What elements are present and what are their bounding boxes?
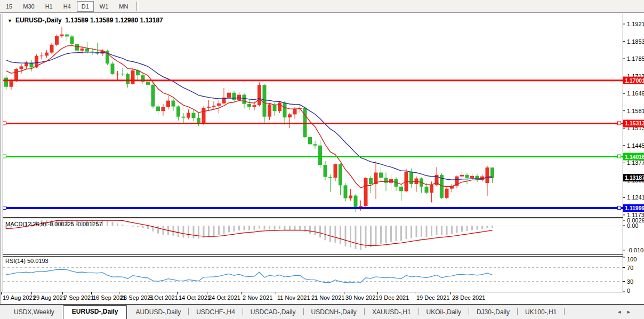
macd-name: MACD(12,26,9)	[5, 221, 46, 227]
tab-eurusd-daily[interactable]: EURUSD-,Daily	[63, 305, 127, 319]
hline-1.11999[interactable]	[3, 206, 623, 210]
price-badge-1.17001: 1.17001	[625, 77, 644, 84]
date-label: 7 Sep 2021	[64, 294, 94, 301]
tab-scroll-arrows: ◂▸	[618, 308, 637, 315]
price-tick-label: 1.19210	[627, 21, 644, 27]
rsi-axis[interactable]: 10070300	[623, 256, 637, 294]
price-badge-1.13187: 1.13187	[625, 174, 644, 181]
rsi-tick-label: 100	[627, 256, 637, 262]
price-axis[interactable]: 1.192101.185301.178501.171701.164901.158…	[623, 21, 644, 218]
price-badge-1.11999: 1.11999	[625, 205, 644, 211]
tab-xauusd-h1[interactable]: XAUUSD-,H1	[365, 306, 418, 319]
date-label: 30 Nov 2021	[345, 294, 379, 301]
price-badge-1.14016: 1.14016	[625, 154, 644, 160]
rsi-line	[6, 269, 493, 283]
rsi-indicator-label: RSI(14) 50.0193	[5, 258, 49, 264]
chart-ohlc-values: 1.13589 1.13589 1.12980 1.13187	[65, 17, 163, 24]
date-label: 29 Aug 2021	[33, 294, 66, 301]
hline-drag-handle[interactable]	[3, 206, 6, 210]
rsi-tick-label: 70	[627, 265, 633, 271]
date-label: 2 Nov 2021	[243, 294, 272, 301]
price-tick-label: 1.18530	[627, 38, 644, 45]
tab-dj30-daily[interactable]: DJ30-,Daily	[469, 306, 517, 319]
ma-slow-blue-line	[6, 52, 493, 180]
price-tick-label: 1.15810	[627, 108, 644, 114]
tab-scroll-right-icon[interactable]: ▸	[627, 308, 637, 315]
tab-scroll-left-icon[interactable]: ◂	[618, 308, 627, 315]
hline-1.14016[interactable]	[3, 155, 623, 158]
tab-usdcad-daily[interactable]: USDCAD-,Daily	[243, 306, 303, 319]
hline-drag-handle[interactable]	[618, 122, 621, 125]
price-tick-label: 1.13770	[627, 160, 644, 166]
chart-dropdown-icon[interactable]: ▼	[7, 18, 12, 23]
tab-usdchf-h4[interactable]: USDCHF-,H4	[189, 306, 243, 319]
date-label: 28 Dec 2021	[452, 294, 485, 301]
date-label: 19 Aug 2021	[3, 294, 36, 301]
price-badge-1.15313: 1.15313	[625, 120, 644, 126]
macd-tick-label: 0.00	[627, 222, 638, 229]
pane-borders	[1, 14, 624, 304]
macd-values: -0.000225 -0.001257	[47, 221, 102, 227]
chart-canvas[interactable]: 1.192101.185301.178501.171701.164901.158…	[0, 0, 644, 319]
date-label: 21 Nov 2021	[311, 294, 344, 301]
chart-title: ▼EURUSD-,Daily 1.13589 1.13589 1.12980 1…	[7, 17, 163, 24]
chart-symbol-label: EURUSD-,Daily	[15, 17, 62, 24]
hline-drag-handle[interactable]	[618, 206, 621, 210]
rsi-value: 50.0193	[27, 258, 49, 264]
tab-separator	[564, 308, 565, 315]
macd-indicator-label: MACD(12,26,9) -0.000225 -0.001257	[5, 221, 102, 227]
rsi-tick-label: 0	[627, 288, 630, 294]
tab-uk100-h1[interactable]: UK100-,H1	[518, 306, 564, 319]
tab-audusd-daily[interactable]: AUDUSD-,Daily	[128, 306, 188, 319]
macd-tick-label: -0.01042	[627, 247, 644, 253]
price-tick-label: 1.16490	[627, 90, 644, 97]
terminal-window: 15M30H1H4D1W1MN 1.192101.185301.178501.1…	[0, 0, 644, 319]
moving-averages	[6, 45, 493, 188]
date-label: 14 Oct 2021	[179, 294, 211, 301]
date-label: 11 Nov 2021	[277, 294, 310, 301]
tab-ukoil-daily[interactable]: UKOil-,Daily	[419, 306, 469, 319]
hline-drag-handle[interactable]	[618, 155, 621, 158]
ma-fast-red-line	[6, 45, 493, 188]
tab-usdcnh-daily[interactable]: USDCNH-,Daily	[304, 306, 364, 319]
rsi-tick-label: 30	[627, 278, 633, 285]
hline-drag-handle[interactable]	[3, 155, 6, 158]
rsi-name: RSI(14)	[5, 258, 26, 264]
candlesticks	[4, 27, 494, 212]
date-label: 19 Dec 2021	[416, 294, 449, 301]
date-label: 9 Dec 2021	[379, 294, 409, 301]
price-tick-label: 1.14450	[627, 142, 644, 149]
hline-drag-handle[interactable]	[3, 122, 6, 125]
time-axis[interactable]: 19 Aug 202129 Aug 20217 Sep 202116 Sep 2…	[2, 292, 486, 301]
tab-usdx-weekly[interactable]: USDX,Weekly	[6, 306, 62, 319]
price-tick-label: 1.17850	[627, 55, 644, 62]
rsi-pane[interactable]	[3, 268, 623, 283]
macd-axis[interactable]: 0.0029660.00-0.01042	[623, 217, 644, 253]
symbol-tab-bar: USDX,WeeklyEURUSD-,DailyAUDUSD-,DailyUSD…	[0, 304, 644, 319]
date-label: 5 Oct 2021	[149, 294, 178, 301]
price-tick-label: 1.12410	[627, 194, 644, 201]
date-label: 24 Oct 2021	[208, 294, 240, 301]
